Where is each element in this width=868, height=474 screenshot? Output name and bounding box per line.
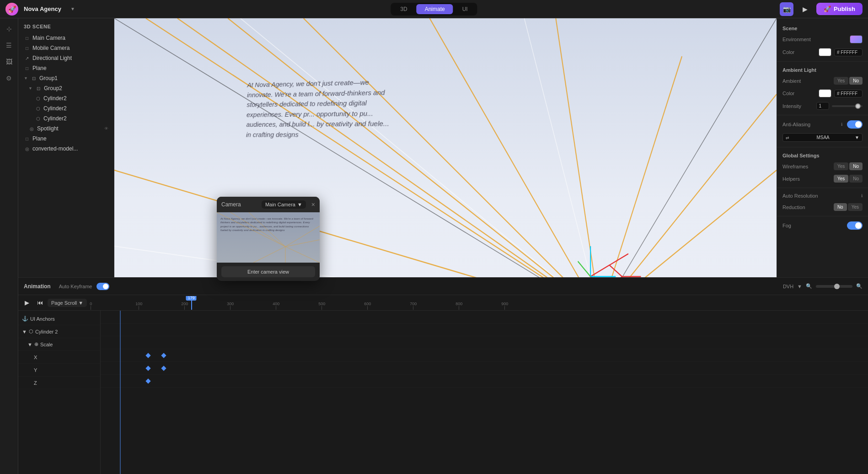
svg-line-37 (253, 247, 285, 263)
tree-item-spotlight[interactable]: ◎ Spotlight 👁 (18, 124, 114, 134)
cylinder2a-icon: ⬡ (35, 96, 41, 101)
timeline-playhead[interactable]: 179 (191, 296, 192, 310)
tree-item-cylinder2-a[interactable]: ⬡ Cylinder2 (18, 93, 114, 103)
dvh-label: DVH (783, 284, 793, 289)
timeline-label-ui-anchors[interactable]: ⚓ UI Anchors (18, 312, 100, 325)
spotlight-icon: ◎ (28, 126, 35, 131)
zoom-slider[interactable] (816, 285, 852, 288)
directional-light-label: Directional Light (32, 55, 108, 61)
reduction-no-button[interactable]: No (834, 203, 847, 211)
color-hex-input[interactable]: # FFFFFF (834, 48, 863, 56)
helpers-yes-button[interactable]: Yes (834, 175, 848, 183)
zoom-minus-icon[interactable]: 🔍 (806, 283, 812, 289)
camera-selector-chevron: ▼ (297, 202, 302, 207)
ruler-marks-container: 0 100 200 300 400 500 600 700 800 900 (90, 296, 864, 310)
helpers-label: Helpers (782, 176, 831, 182)
intensity-input[interactable]: 1 (816, 102, 829, 110)
tree-item-mobile-camera[interactable]: □ Mobile Camera (18, 43, 114, 53)
cylinder2-expand-icon: ▼ (22, 329, 27, 334)
timeline-play-button[interactable]: ▶ (22, 298, 32, 308)
auto-keyframe-toggle[interactable] (96, 283, 109, 290)
intensity-label: Intensity (782, 103, 814, 109)
mode-ui[interactable]: UI (454, 4, 476, 14)
app-logo: 🚀 (5, 3, 18, 16)
camera-popup-close-button[interactable]: × (311, 201, 315, 208)
timeline-label-y[interactable]: Y (18, 364, 100, 377)
wireframes-row: Wireframes Yes No (777, 160, 868, 172)
nav-icon-cursor[interactable]: ⊹ (2, 22, 16, 36)
keyframe-y-2[interactable] (161, 366, 166, 371)
wireframes-no-button[interactable]: No (849, 162, 863, 170)
tree-item-group2[interactable]: ▼ ⊡ Group2 (18, 83, 114, 93)
anti-aliasing-toggle[interactable] (847, 120, 863, 129)
tree-item-converted-model[interactable]: ◎ converted-model... (18, 144, 114, 154)
intensity-slider-thumb[interactable] (855, 103, 861, 109)
msaa-select[interactable]: ⇄ MSAA ▼ (782, 133, 863, 142)
environment-row: Environment (777, 33, 868, 46)
zoom-plus-icon[interactable]: 🔍 (856, 283, 863, 289)
timeline-label-cylinder2[interactable]: ▼ ⬡ Cylinder 2 (18, 325, 100, 338)
auto-resolution-row: Auto Resolution ℹ (777, 191, 868, 201)
tree-item-plane2[interactable]: □ Plane (18, 134, 114, 144)
ambient-no-button[interactable]: No (849, 77, 863, 85)
timeline-label-x[interactable]: X (18, 351, 100, 364)
intensity-slider[interactable] (832, 105, 863, 107)
ambient-color-swatch[interactable] (819, 89, 831, 97)
scene-tree-header: 3D Scene (18, 22, 114, 33)
camera-popup-title: Camera (221, 201, 241, 208)
fog-toggle[interactable] (847, 221, 863, 230)
playhead-marker: 179 (186, 296, 197, 301)
reduction-yes-button[interactable]: Yes (848, 203, 863, 211)
main-camera-label: Main Camera (32, 35, 108, 41)
enter-camera-view-button[interactable]: Enter camera view (221, 266, 315, 277)
converted-model-icon: ◎ (24, 146, 30, 151)
tree-item-main-camera[interactable]: □ Main Camera (18, 33, 114, 43)
scroll-selector[interactable]: Page Scroll ▼ (48, 299, 87, 307)
camera-selector-label: Main Camera (265, 202, 295, 207)
keyframe-z-1[interactable] (145, 378, 150, 383)
publish-button[interactable]: 🚀 Publish (816, 3, 863, 15)
animation-header-right: DVH ▼ 🔍 🔍 (783, 283, 863, 289)
wireframes-yes-button[interactable]: Yes (834, 162, 848, 170)
keyframe-y-1[interactable] (145, 366, 150, 371)
scroll-selector-label: Page Scroll (51, 300, 77, 306)
timeline-label-scale[interactable]: ▼ ⊕ Scale (18, 338, 100, 351)
mode-3d[interactable]: 3D (392, 4, 415, 14)
camera-popup-preview: At Nova Agency, we don't just create—we … (217, 212, 320, 263)
ambient-toggle-group: Yes No (834, 77, 863, 85)
nav-icon-settings[interactable]: ⚙ (2, 71, 16, 85)
nav-icon-assets[interactable]: 🖼 (2, 55, 16, 69)
svg-line-31 (230, 212, 285, 247)
camera-popup-selector[interactable]: Main Camera ▼ (262, 200, 306, 209)
ambient-hex-input[interactable]: # FFFFFF (834, 90, 863, 97)
ruler-mark-200: 200 (181, 302, 188, 310)
topbar: 🚀 Nova Agency ▼ 3D Animate UI 📷 ▶ 🚀 Publ… (0, 0, 868, 18)
keyframe-x-2[interactable] (161, 353, 166, 358)
auto-keyframe-label: Auto Keyframe (59, 284, 92, 289)
mode-animate[interactable]: Animate (417, 4, 453, 14)
group1-expand-icon: ▼ (24, 76, 28, 81)
auto-keyframe-toggle-knob (103, 284, 108, 289)
global-settings-title: Global Settings (777, 150, 868, 160)
helpers-no-button[interactable]: No (849, 175, 863, 183)
tree-item-plane[interactable]: □ Plane (18, 63, 114, 73)
helpers-toggle-group: Yes No (834, 175, 863, 183)
tree-item-cylinder2-b[interactable]: ⬡ Cylinder2 (18, 103, 114, 113)
cylinder2b-label: Cylinder2 (43, 105, 108, 112)
timeline-stop-button[interactable]: ⏮ (35, 298, 45, 308)
play-button[interactable]: ▶ (798, 2, 812, 16)
timeline-controls: ▶ ⏮ Page Scroll ▼ 0 100 200 300 400 500 … (18, 295, 868, 311)
keyframe-x-1[interactable] (145, 353, 150, 358)
camera-icon-button[interactable]: 📷 (780, 2, 793, 16)
tree-item-group1[interactable]: ▼ ⊡ Group1 (18, 73, 114, 83)
tree-item-directional-light[interactable]: ↗ Directional Light (18, 53, 114, 63)
nav-icon-layers[interactable]: ☰ (2, 38, 16, 52)
color-swatch[interactable] (819, 48, 831, 56)
ambient-yes-button[interactable]: Yes (834, 77, 848, 85)
tree-item-cylinder2-c[interactable]: ⬡ Cylinder2 (18, 113, 114, 124)
title-caret: ▼ (70, 6, 75, 11)
timeline-label-z[interactable]: Z (18, 377, 100, 389)
spotlight-eye-icon[interactable]: 👁 (104, 126, 108, 131)
scale-label: Scale (40, 342, 53, 347)
environment-color-swatch[interactable] (850, 35, 863, 43)
